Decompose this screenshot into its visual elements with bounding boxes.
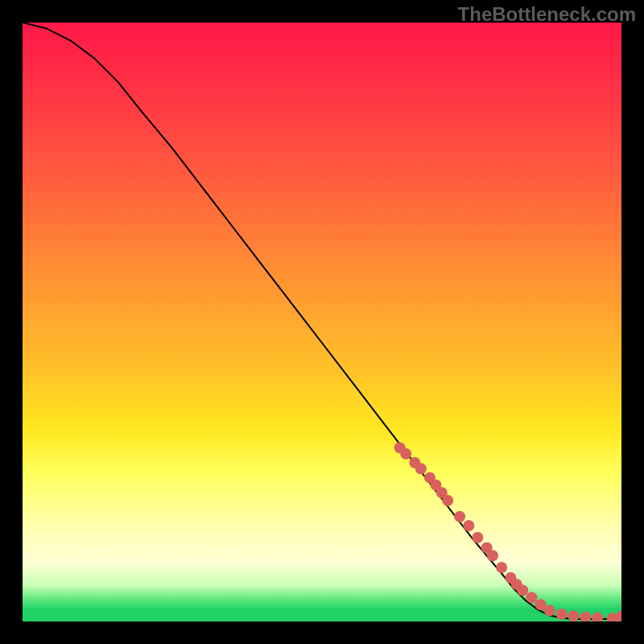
data-point	[487, 550, 498, 561]
data-point	[544, 605, 555, 617]
data-point	[526, 592, 537, 603]
attribution-label: TheBottleneck.com	[458, 3, 636, 26]
chart-plot-area	[23, 23, 621, 621]
data-point	[592, 613, 603, 622]
data-point	[415, 463, 427, 474]
data-point	[517, 584, 528, 596]
data-point	[496, 562, 507, 573]
chart-points-layer	[23, 23, 621, 621]
data-point	[580, 612, 591, 621]
data-point	[556, 609, 568, 620]
data-point	[400, 448, 411, 460]
data-point	[472, 532, 483, 543]
data-point	[454, 511, 465, 522]
data-point	[442, 495, 453, 506]
data-point	[568, 610, 580, 621]
data-point	[463, 520, 474, 531]
